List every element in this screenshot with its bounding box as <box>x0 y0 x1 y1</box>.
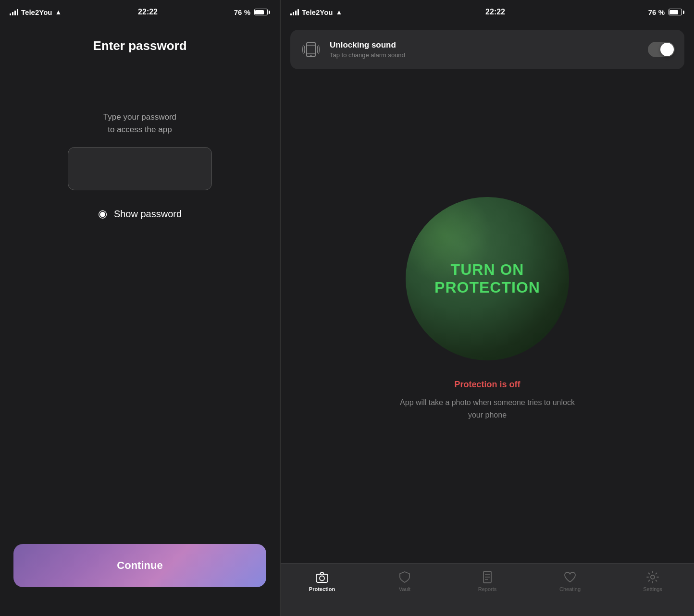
nav-label-vault: Vault <box>399 586 410 592</box>
right-status-bar: Tele2You ▲ 22:22 76 % <box>281 0 694 24</box>
left-status-right: 76 % <box>234 8 270 16</box>
left-status-bar: Tele2You ▲ 22:22 76 % <box>0 0 280 24</box>
heart-icon <box>563 570 577 584</box>
nav-label-reports: Reports <box>478 586 497 592</box>
right-panel: Tele2You ▲ 22:22 76 % <box>281 0 694 616</box>
sound-title: Unlocking sound <box>330 40 640 50</box>
file-icon <box>481 570 494 584</box>
turn-on-line1: TURN ON <box>434 261 540 279</box>
right-battery-percent: 76 % <box>648 8 665 16</box>
sound-text-block: Unlocking sound Tap to change alarm soun… <box>330 40 640 59</box>
right-status-right: 76 % <box>648 8 684 16</box>
bottom-nav: Protection Vault Reports Cheating <box>281 563 694 616</box>
svg-point-10 <box>651 575 655 579</box>
svg-rect-4 <box>316 574 328 582</box>
camera-icon <box>315 570 329 584</box>
signal-bars-icon <box>10 9 18 15</box>
right-signal-bars-icon <box>290 9 299 15</box>
nav-item-vault[interactable]: Vault <box>385 570 424 592</box>
nav-item-settings[interactable]: Settings <box>633 570 672 592</box>
nav-item-protection[interactable]: Protection <box>303 570 341 592</box>
right-wifi-icon: ▲ <box>335 8 342 16</box>
show-password-row[interactable]: ◉ Show password <box>98 208 182 220</box>
phone-vibrate-icon <box>300 38 322 61</box>
turn-on-line2: PROTECTION <box>434 279 540 296</box>
password-subtitle: Type your password to access the app <box>103 111 176 136</box>
nav-item-reports[interactable]: Reports <box>468 570 507 592</box>
svg-point-3 <box>310 55 312 57</box>
continue-button[interactable]: Continue <box>13 544 266 587</box>
left-battery-percent: 76 % <box>234 8 250 16</box>
circle-text: TURN ON PROTECTION <box>434 261 540 296</box>
battery-icon <box>254 9 270 15</box>
carrier-name: Tele2You <box>21 8 52 16</box>
svg-point-5 <box>320 576 324 581</box>
left-time: 22:22 <box>138 8 158 16</box>
wifi-icon: ▲ <box>55 8 62 16</box>
show-password-label: Show password <box>114 209 182 220</box>
protection-description: App will take a photo when someone tries… <box>396 396 579 421</box>
protection-status-text: Protection is off <box>454 380 520 390</box>
left-panel: Tele2You ▲ 22:22 76 % Enter password Typ… <box>0 0 280 616</box>
password-input[interactable] <box>68 147 212 190</box>
nav-label-cheating: Cheating <box>559 586 581 592</box>
left-status-left: Tele2You ▲ <box>10 8 62 16</box>
main-content-area: TURN ON PROTECTION Protection is off App… <box>281 69 694 563</box>
sound-toggle-switch[interactable] <box>648 42 675 57</box>
turn-on-protection-button[interactable]: TURN ON PROTECTION <box>406 197 569 360</box>
continue-label: Continue <box>117 559 162 572</box>
nav-item-cheating[interactable]: Cheating <box>551 570 589 592</box>
right-time: 22:22 <box>485 8 505 16</box>
right-battery-icon <box>669 9 684 15</box>
sound-subtitle: Tap to change alarm sound <box>330 51 640 59</box>
enter-password-title: Enter password <box>93 38 186 53</box>
right-status-left: Tele2You ▲ <box>290 8 342 16</box>
toggle-knob <box>660 43 674 56</box>
sound-toggle-card[interactable]: Unlocking sound Tap to change alarm soun… <box>290 30 684 69</box>
right-carrier-name: Tele2You <box>302 8 333 16</box>
svg-rect-0 <box>307 42 315 57</box>
nav-label-settings: Settings <box>643 586 662 592</box>
shield-icon <box>398 570 411 584</box>
eye-icon: ◉ <box>98 208 107 220</box>
gear-icon <box>646 570 659 584</box>
nav-label-protection: Protection <box>309 586 335 592</box>
